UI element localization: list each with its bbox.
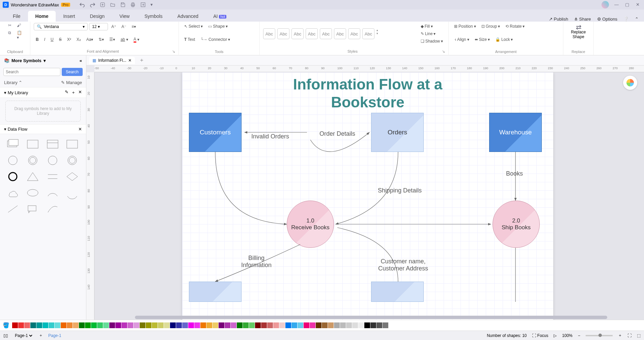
color-swatch[interactable] [158, 322, 164, 328]
label-custname[interactable]: Customer name, Customer Address [369, 258, 437, 272]
undo-icon[interactable] [80, 2, 85, 7]
tab-home[interactable]: Home [28, 11, 56, 22]
shape-cloud-icon[interactable] [5, 186, 21, 200]
close-tab-icon[interactable]: ✕ [128, 58, 132, 63]
save-icon[interactable] [120, 2, 125, 7]
zoom-in-icon[interactable]: ＋ [618, 333, 622, 338]
style-swatch[interactable]: Abc [334, 28, 346, 39]
shape-diamond-icon[interactable] [64, 170, 80, 183]
style-swatch[interactable]: Abc [291, 28, 304, 39]
group-button[interactable]: ⊡ Group▾ [479, 23, 502, 30]
color-swatch[interactable] [134, 322, 139, 328]
node-receive-books[interactable]: 1.0 Receive Books [287, 201, 334, 248]
collapse-ribbon-icon[interactable]: ⌃ [635, 17, 639, 22]
diagram-title[interactable]: Information Flow at a Bookstore [275, 76, 460, 111]
color-swatch[interactable] [103, 322, 109, 328]
color-swatch[interactable] [267, 322, 273, 328]
minimize-icon[interactable]: — [614, 2, 620, 7]
color-swatch[interactable] [36, 322, 42, 328]
mylibrary-section[interactable]: My Library [8, 90, 28, 95]
color-swatch[interactable] [73, 322, 79, 328]
node-bottom-mid[interactable] [371, 282, 424, 302]
tab-insert[interactable]: Insert [56, 11, 82, 22]
page-layout-icon[interactable]: ▯▯ [3, 333, 8, 338]
lib-close-icon[interactable]: ✕ [78, 89, 82, 96]
color-swatch[interactable] [352, 322, 358, 328]
italic-icon[interactable]: I [42, 36, 47, 43]
shape-arc2-icon[interactable] [64, 186, 80, 200]
section-close-icon[interactable]: ✕ [78, 127, 82, 132]
connector-tool[interactable]: └→ Connector ▾ [198, 36, 232, 43]
color-swatch[interactable] [206, 322, 212, 328]
page-select[interactable]: Page-1 [13, 333, 33, 338]
dataflow-section[interactable]: Data Flow [8, 127, 28, 132]
line-spacing-icon[interactable]: ⇅▾ [96, 36, 106, 43]
style-swatch[interactable]: Abc [306, 28, 318, 39]
focus-mode-button[interactable]: ⛶ Focus [532, 333, 548, 338]
label-invalid[interactable]: Invalid Orders [251, 133, 289, 140]
export-icon[interactable] [140, 2, 146, 7]
strike-icon[interactable]: S [57, 36, 64, 43]
color-swatch[interactable] [188, 322, 194, 328]
label-billing[interactable]: Billing Information [233, 255, 280, 269]
node-orders[interactable]: Orders [371, 113, 424, 152]
color-swatch[interactable] [176, 322, 182, 328]
replace-shape-button[interactable]: Replace Shape [571, 30, 586, 39]
canvas[interactable]: Information Flow at a Bookstore Customer… [94, 72, 644, 320]
color-swatch[interactable] [194, 322, 200, 328]
format-painter-icon[interactable]: 🖌 [17, 23, 22, 28]
color-swatch[interactable] [310, 322, 315, 328]
shape-curve-icon[interactable] [45, 202, 61, 216]
fit-page-icon[interactable]: ⛶ [627, 333, 632, 338]
fullscreen-icon[interactable]: ⬚ [637, 333, 641, 338]
color-swatch[interactable] [91, 322, 97, 328]
color-swatch[interactable] [316, 322, 321, 328]
shape-triangle-icon[interactable] [25, 170, 41, 183]
fill-button[interactable]: ◆ Fill ▾ [419, 23, 445, 30]
color-swatch[interactable] [370, 322, 376, 328]
color-swatch[interactable] [67, 322, 73, 328]
shape-lines-icon[interactable] [45, 170, 61, 183]
print-icon[interactable] [130, 2, 136, 7]
color-swatch[interactable] [340, 322, 346, 328]
shape-rect-icon[interactable] [25, 137, 41, 151]
color-swatch[interactable] [255, 322, 261, 328]
color-swatch[interactable] [328, 322, 334, 328]
color-swatch[interactable] [364, 322, 370, 328]
subscript-icon[interactable]: X₂ [75, 36, 83, 43]
add-page-icon[interactable]: ＋ [39, 333, 43, 338]
manage-button[interactable]: ✎ Manage [61, 80, 82, 85]
library-label[interactable]: Library [4, 80, 18, 85]
fill-bucket-icon[interactable]: 🪣 [3, 322, 9, 329]
color-swatch[interactable] [146, 322, 151, 328]
label-books[interactable]: Books [506, 170, 523, 177]
underline-icon[interactable]: U [49, 36, 56, 43]
options-button[interactable]: ⚙ Options [597, 17, 617, 22]
font-size-select[interactable]: 12 ▾ [89, 23, 108, 30]
cut-icon[interactable]: ✂ [8, 23, 13, 28]
style-swatch[interactable]: Abc [362, 28, 374, 39]
color-swatch[interactable] [49, 322, 54, 328]
color-swatch[interactable] [285, 322, 291, 328]
publish-button[interactable]: ↗ Publish [549, 17, 568, 22]
presentation-icon[interactable]: ▷ [554, 333, 557, 338]
tab-ai[interactable]: AI hot [206, 11, 234, 22]
shape-table-icon[interactable] [45, 137, 61, 151]
lib-edit-icon[interactable]: ✎ [65, 89, 68, 96]
help-icon[interactable]: ❔ [623, 17, 629, 22]
color-swatch[interactable] [128, 322, 133, 328]
bullets-icon[interactable]: ☰▾ [107, 36, 117, 43]
styles-more-icon[interactable]: ▴▾ [376, 28, 378, 39]
shape-circle-icon[interactable] [5, 154, 21, 167]
color-swatch[interactable] [18, 322, 24, 328]
color-swatch[interactable] [30, 322, 36, 328]
rotate-button[interactable]: ⟲ Rotate▾ [503, 23, 527, 30]
paste-icon[interactable]: 📋▾ [17, 30, 22, 36]
color-swatch[interactable] [237, 322, 243, 328]
document-tab[interactable]: ▦ Information Fl... ✕ [89, 57, 135, 64]
style-swatch[interactable]: Abc [277, 28, 289, 39]
shape-card-icon[interactable] [64, 137, 80, 151]
ai-assistant-badge[interactable] [623, 76, 637, 90]
horizontal-scrollbar[interactable] [135, 316, 607, 319]
page-link[interactable]: Page-1 [48, 333, 61, 338]
